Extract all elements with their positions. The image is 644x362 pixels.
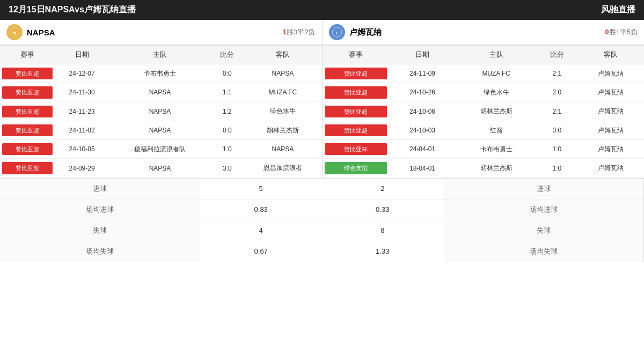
lpg-label-right: 场均失球 <box>443 241 643 262</box>
lumumba-team-section: L 卢姆瓦纳 0胜1平5负 <box>323 20 645 45</box>
table-row: 赞比亚超 24-10-26 绿色水牛 2:0 卢姆瓦纳 <box>323 83 645 102</box>
match-score: 1:0 <box>210 140 244 159</box>
match-date: 24-10-05 <box>55 140 109 159</box>
svg-text:L: L <box>335 31 338 35</box>
match-date: 24-10-06 <box>389 102 456 121</box>
match-type: 赞比亚超 <box>0 140 55 159</box>
goals-row-left: 进球 5 2 进球 <box>0 179 643 200</box>
lpg-value-lumumba: 1.33 <box>321 241 443 262</box>
lpg-label-left: 场均失球 <box>0 241 200 262</box>
match-score: 3:0 <box>210 159 244 178</box>
match-type: 赞比亚超 <box>323 64 389 83</box>
match-date: 24-11-23 <box>55 102 109 121</box>
goals-value-lumumba-left: 2 <box>321 179 443 200</box>
gpg-label-right: 场均进球 <box>443 199 643 220</box>
lost-label-right: 失球 <box>443 220 643 241</box>
napsa-team-section: N NAPSA 1胜3平2负 <box>0 20 323 45</box>
napsa-draw: 3 <box>294 28 297 36</box>
match-type: 赞比亚超 <box>323 83 389 102</box>
home-team: 稳福利拉流浪者队 <box>109 140 211 159</box>
table-row: 赞比亚超 24-10-06 胡林兰杰斯 2:1 卢姆瓦纳 <box>323 102 645 121</box>
page-header: 12月15日NAPSAvs卢姆瓦纳直播 风驰直播 <box>0 0 644 20</box>
table-row: 赞比亚超 24-12-07 卡布韦勇士 0:0 NAPSA <box>0 64 322 83</box>
match-type: 赞比亚超 <box>323 102 389 121</box>
table-row: 赞比亚超 24-11-30 NAPSA 1:1 MUZA FC <box>0 83 322 102</box>
match-date: 24-12-07 <box>55 64 109 83</box>
home-team: 红箭 <box>456 121 537 139</box>
gpg-label-left: 场均进球 <box>0 199 200 220</box>
match-score: 1:0 <box>537 159 577 178</box>
home-team: NAPSA <box>109 121 211 139</box>
match-date: 24-11-30 <box>55 83 109 102</box>
lost-value-lumumba: 8 <box>321 220 443 241</box>
table-row: 赞比亚超 24-09-29 NAPSA 3:0 恩昌加流浪者 <box>0 159 322 178</box>
col-date-left: 日期 <box>55 46 109 64</box>
match-date: 24-10-03 <box>389 121 456 139</box>
away-team: NAPSA <box>244 140 321 159</box>
away-team: 卢姆瓦纳 <box>577 121 644 139</box>
napsa-matches-table: 赛事 日期 主队 比分 客队 赞比亚超 24-12-07 卡布韦勇士 0:0 N… <box>0 46 322 178</box>
stats-section: 进球 5 2 进球 场均进球 0.83 0.33 场均进球 失球 4 8 失球 … <box>0 178 644 262</box>
napsa-stats-table: 进球 5 2 进球 场均进球 0.83 0.33 场均进球 失球 4 8 失球 … <box>0 179 643 262</box>
napsa-matches-half: 赛事 日期 主队 比分 客队 赞比亚超 24-12-07 卡布韦勇士 0:0 N… <box>0 46 323 178</box>
lost-label-left: 失球 <box>0 220 200 241</box>
match-type: 赞比亚超 <box>0 121 55 139</box>
napsa-logo: N <box>6 24 23 40</box>
match-type: 赞比亚杯 <box>323 140 389 159</box>
table-row: 赞比亚杯 24-04-01 卡布韦勇士 1:0 卢姆瓦纳 <box>323 140 645 159</box>
match-score: 1:2 <box>210 102 244 121</box>
home-team: MUZA FC <box>456 64 537 83</box>
match-score: 0:0 <box>210 121 244 139</box>
lumumba-record: 0胜1平5负 <box>605 27 638 37</box>
home-team: 卡布韦勇士 <box>109 64 211 83</box>
gpg-value-lumumba: 0.33 <box>321 199 443 220</box>
napsa-lose: 2负 <box>304 28 315 36</box>
col-match-type-right: 赛事 <box>323 46 389 64</box>
table-row: 赞比亚超 24-11-23 NAPSA 1:2 绿色水牛 <box>0 102 322 121</box>
lumumba-matches-table: 赛事 日期 主队 比分 客队 赞比亚超 24-11-09 MUZA FC 2:1… <box>323 46 645 178</box>
match-score: 2:1 <box>537 64 577 83</box>
team-header-row: N NAPSA 1胜3平2负 L 卢姆瓦纳 0胜1平5负 <box>0 20 644 45</box>
home-team: 卡布韦勇士 <box>456 140 537 159</box>
col-away-left: 客队 <box>244 46 321 64</box>
match-type: 赞比亚超 <box>323 121 389 139</box>
napsa-table-header: 赛事 日期 主队 比分 客队 <box>0 46 322 64</box>
match-date: 18-04-01 <box>389 159 456 178</box>
match-date: 24-04-01 <box>389 140 456 159</box>
match-type: 赞比亚超 <box>0 83 55 102</box>
svg-text:N: N <box>13 31 16 35</box>
goals-value-napsa: 5 <box>200 179 322 200</box>
napsa-name: NAPSA <box>27 28 55 37</box>
brand-name: 风驰直播 <box>601 4 635 16</box>
lpg-row-left: 场均失球 0.67 1.33 场均失球 <box>0 241 643 262</box>
match-type: 赞比亚超 <box>0 159 55 178</box>
away-team: 卢姆瓦纳 <box>577 83 644 102</box>
lumumba-name: 卢姆瓦纳 <box>349 27 382 38</box>
home-team: NAPSA <box>109 159 211 178</box>
match-score: 0:0 <box>537 121 577 139</box>
lumumba-matches-half: 赛事 日期 主队 比分 客队 赞比亚超 24-11-09 MUZA FC 2:1… <box>323 46 645 178</box>
col-home-right: 主队 <box>456 46 537 64</box>
col-away-right: 客队 <box>577 46 644 64</box>
lpg-value-napsa: 0.67 <box>200 241 322 262</box>
match-type: 赞比亚超 <box>0 64 55 83</box>
away-team: 卢姆瓦纳 <box>577 64 644 83</box>
home-team: NAPSA <box>109 102 211 121</box>
table-row: 赞比亚超 24-10-03 红箭 0:0 卢姆瓦纳 <box>323 121 645 139</box>
away-team: NAPSA <box>244 64 321 83</box>
match-type: 球会友谊 <box>323 159 389 178</box>
match-date: 24-09-29 <box>55 159 109 178</box>
col-match-type-left: 赛事 <box>0 46 55 64</box>
table-row: 赞比亚超 24-10-05 稳福利拉流浪者队 1:0 NAPSA <box>0 140 322 159</box>
col-date-right: 日期 <box>389 46 456 64</box>
napsa-win: 1 <box>283 28 287 36</box>
table-row: 赞比亚超 24-11-09 MUZA FC 2:1 卢姆瓦纳 <box>323 64 645 83</box>
page-title: 12月15日NAPSAvs卢姆瓦纳直播 <box>9 4 136 16</box>
away-team: 卢姆瓦纳 <box>577 140 644 159</box>
home-team: 胡林兰杰斯 <box>456 102 537 121</box>
goals-label-right: 进球 <box>443 179 643 200</box>
napsa-stats: 进球 5 2 进球 场均进球 0.83 0.33 场均进球 失球 4 8 失球 … <box>0 179 644 262</box>
away-team: 胡林兰杰斯 <box>244 121 321 139</box>
napsa-record: 1胜3平2负 <box>283 27 316 37</box>
match-score: 2:0 <box>537 83 577 102</box>
